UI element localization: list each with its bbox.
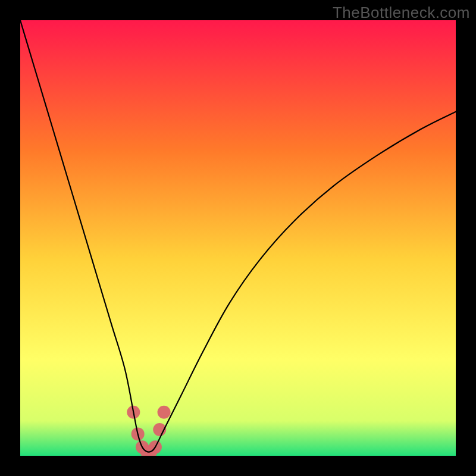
watermark-text: TheBottleneck.com bbox=[333, 4, 470, 22]
plot-area bbox=[20, 20, 456, 456]
chart-frame: TheBottleneck.com bbox=[0, 0, 476, 476]
plot-svg bbox=[20, 20, 456, 456]
optimal-marker bbox=[158, 406, 171, 419]
